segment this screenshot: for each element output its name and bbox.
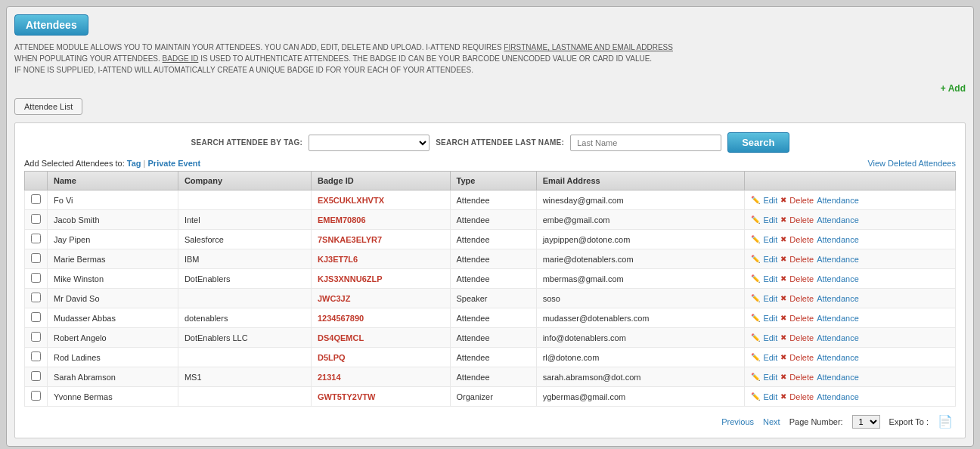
delete-button[interactable]: Delete [789,373,814,382]
search-row: SEARCH ATTENDEE BY TAG: SEARCH ATTENDEE … [24,132,956,153]
attendees-table: Name Company Badge ID Type Email Address… [24,171,956,407]
attendance-button[interactable]: Attendance [817,353,859,362]
previous-button[interactable]: Previous [721,417,754,426]
delete-button[interactable]: Delete [789,353,814,362]
delete-button[interactable]: Delete [789,294,814,303]
export-icon[interactable]: 📄 [938,414,953,429]
table-row: Marie Bermas IBM KJ3ET7L6 Attendee marie… [25,249,956,269]
row-type: Organizer [450,387,536,407]
edit-button[interactable]: Edit [763,294,777,303]
private-event-link[interactable]: Private Event [148,159,201,168]
row-email: embe@gmail.com [536,210,745,230]
page-number-select[interactable]: 1 2 3 [852,415,880,429]
next-button[interactable]: Next [763,417,780,426]
col-company: Company [178,172,311,190]
row-checkbox[interactable] [25,210,48,230]
search-lastname-input[interactable] [570,135,721,151]
row-type: Attendee [450,190,536,210]
delete-button[interactable]: Delete [789,314,814,323]
delete-button[interactable]: Delete [789,333,814,342]
delete-button[interactable]: Delete [789,235,814,244]
attendance-button[interactable]: Attendance [817,274,859,283]
attendance-button[interactable]: Attendance [817,314,859,323]
col-actions [745,172,956,190]
row-checkbox[interactable] [25,289,48,308]
row-name: Jay Pipen [48,230,178,249]
row-company [178,289,311,308]
row-checkbox[interactable] [25,249,48,269]
row-email: rl@dotone.com [536,348,745,367]
row-actions: ✏️ Edit ✖ Delete Attendance [745,387,956,407]
attendance-button[interactable]: Attendance [817,392,859,401]
tag-link[interactable]: Tag [127,159,141,168]
row-name: Robert Angelo [48,328,178,348]
attendance-button[interactable]: Attendance [817,215,859,224]
row-badge-id: KJS3XNNU6ZLP [312,269,451,289]
row-type: Attendee [450,328,536,348]
row-email: info@dotenablers.com [536,328,745,348]
delete-button[interactable]: Delete [789,274,814,283]
row-actions: ✏️ Edit ✖ Delete Attendance [745,348,956,367]
row-company: DotEnablers [178,269,311,289]
edit-button[interactable]: Edit [763,353,777,362]
row-checkbox[interactable] [25,190,48,210]
export-label: Export To : [889,417,929,426]
row-checkbox[interactable] [25,367,48,387]
delete-button[interactable]: Delete [789,215,814,224]
row-company [178,190,311,210]
row-type: Attendee [450,308,536,328]
search-button[interactable]: Search [727,132,789,153]
edit-button[interactable]: Edit [763,255,777,264]
row-actions: ✏️ Edit ✖ Delete Attendance [745,328,956,348]
col-type: Type [450,172,536,190]
edit-button[interactable]: Edit [763,196,777,205]
edit-button[interactable]: Edit [763,215,777,224]
view-deleted-link[interactable]: View Deleted Attendees [867,159,956,168]
row-actions: ✏️ Edit ✖ Delete Attendance [745,190,956,210]
edit-button[interactable]: Edit [763,392,777,401]
add-button[interactable]: + Add [941,83,966,94]
attendance-button[interactable]: Attendance [817,294,859,303]
attendance-button[interactable]: Attendance [817,196,859,205]
attendee-list-tab[interactable]: Attendee List [14,98,82,115]
table-row: Sarah Abramson MS1 21314 Attendee sarah.… [25,367,956,387]
content-area: SEARCH ATTENDEE BY TAG: SEARCH ATTENDEE … [14,122,966,438]
table-row: Robert Angelo DotEnablers LLC DS4QEMCL A… [25,328,956,348]
row-badge-id: EMEM70806 [312,210,451,230]
attendance-button[interactable]: Attendance [817,373,859,382]
row-name: Mudasser Abbas [48,308,178,328]
row-email: mudasser@dotenablers.com [536,308,745,328]
row-company [178,387,311,407]
badge-id-link[interactable]: BADGE ID [163,54,199,63]
row-badge-id: DS4QEMCL [312,328,451,348]
row-email: jaypippen@dotone.com [536,230,745,249]
delete-button[interactable]: Delete [789,392,814,401]
row-type: Attendee [450,348,536,367]
table-row: Yvonne Bermas GWT5TY2VTW Organizer ygber… [25,387,956,407]
row-checkbox[interactable] [25,328,48,348]
edit-button[interactable]: Edit [763,333,777,342]
row-badge-id: EX5CUKLXHVTX [312,190,451,210]
attendance-button[interactable]: Attendance [817,255,859,264]
firstname-lastname-link[interactable]: FIRSTNAME, LASTNAME AND EMAIL ADDRESS [504,43,673,51]
row-badge-id: KJ3ET7L6 [312,249,451,269]
row-checkbox[interactable] [25,230,48,249]
description-text: ATTENDEE MODULE ALLOWS YOU TO MAINTAIN Y… [14,42,966,76]
edit-button[interactable]: Edit [763,274,777,283]
row-checkbox[interactable] [25,269,48,289]
row-checkbox[interactable] [25,348,48,367]
edit-button[interactable]: Edit [763,314,777,323]
row-company: Salesforce [178,230,311,249]
attendance-button[interactable]: Attendance [817,235,859,244]
row-type: Speaker [450,289,536,308]
delete-button[interactable]: Delete [789,196,814,205]
row-checkbox[interactable] [25,387,48,407]
row-company [178,348,311,367]
edit-button[interactable]: Edit [763,235,777,244]
attendance-button[interactable]: Attendance [817,333,859,342]
row-checkbox[interactable] [25,308,48,328]
row-email: sarah.abramson@dot.com [536,367,745,387]
edit-button[interactable]: Edit [763,373,777,382]
delete-button[interactable]: Delete [789,255,814,264]
search-tag-select[interactable] [309,135,430,151]
